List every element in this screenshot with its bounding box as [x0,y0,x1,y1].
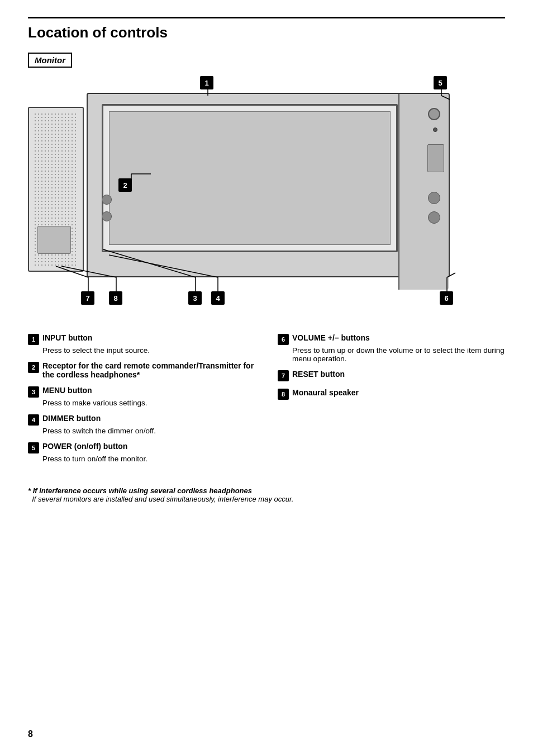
control-header-4: 4 DIMMER button [28,414,255,426]
control-desc-4: Press to switch the dimmer on/off. [42,427,255,435]
monitor-diagram: 1 2 3 4 5 6 7 8 [28,76,508,316]
control-title-7: RESET button [292,370,345,379]
control-badge-1: 1 [28,334,39,345]
control-title-3: MENU button [42,386,92,395]
control-item-6: 6 VOLUME +/– buttons Press to turn up or… [278,333,505,363]
controls-left-column: 1 INPUT button Press to select the input… [28,333,255,470]
badge-7: 7 [81,291,94,305]
volume-up-button [428,192,440,204]
control-title-8: Monaural speaker [292,388,359,397]
control-item-2: 2 Receptor for the card remote commander… [28,361,255,379]
footnote-star-text: * If interference occurs while using sev… [28,486,252,495]
control-header-6: 6 VOLUME +/– buttons [278,333,505,345]
control-header-7: 7 RESET button [278,370,505,381]
control-title-2: Receptor for the card remote commander/T… [42,361,255,379]
control-desc-6: Press to turn up or down the volume or t… [292,346,505,363]
page-number: 8 [28,729,33,739]
control-header-1: 1 INPUT button [28,333,255,345]
control-desc-3: Press to make various settings. [42,399,255,407]
badge-6: 6 [440,291,453,305]
control-desc-1: Press to select the input source. [42,346,255,355]
control-item-7: 7 RESET button [278,370,505,381]
page-title: Location of controls [28,17,505,41]
control-item-5: 5 POWER (on/off) button Press to turn on… [28,442,255,463]
button-circle-bottom [102,211,112,221]
footnote-body-text: If several monitors are installed and us… [32,495,293,503]
control-title-6: VOLUME +/– buttons [292,333,370,342]
button-circle-top [102,195,112,205]
control-desc-5: Press to turn on/off the monitor. [42,455,255,463]
footnote-star: * If interference occurs while using sev… [28,486,505,495]
control-item-4: 4 DIMMER button Press to switch the dimm… [28,414,255,435]
control-item-3: 3 MENU button Press to make various sett… [28,386,255,407]
control-title-5: POWER (on/off) button [42,442,127,451]
control-badge-7: 7 [278,370,289,381]
control-badge-4: 4 [28,414,39,426]
badge-4: 4 [211,291,225,305]
right-panel [398,94,449,290]
control-item-1: 1 INPUT button Press to select the input… [28,333,255,355]
power-button [428,108,440,120]
side-button-rect [427,144,444,172]
monitor-body [87,93,450,277]
speaker-grille [28,107,84,272]
volume-down-button [428,211,440,224]
badge-8: 8 [109,291,122,305]
control-badge-8: 8 [278,389,289,400]
control-badge-2: 2 [28,362,39,373]
control-header-5: 5 POWER (on/off) button [28,442,255,453]
monitor-screen [102,104,398,252]
control-badge-5: 5 [28,442,39,453]
footnote-body: If several monitors are installed and us… [28,495,505,503]
monitor-screen-inner [109,111,391,245]
control-badge-6: 6 [278,334,289,345]
control-badge-3: 3 [28,386,39,398]
control-title-4: DIMMER button [42,414,101,423]
control-header-3: 3 MENU button [28,386,255,398]
section-label: Monitor [28,53,72,68]
controls-right-column: 6 VOLUME +/– buttons Press to turn up or… [278,333,505,470]
control-header-2: 2 Receptor for the card remote commander… [28,361,255,379]
badge-2: 2 [118,178,132,192]
controls-section: 1 INPUT button Press to select the input… [28,333,505,470]
control-header-8: 8 Monaural speaker [278,388,505,400]
control-item-8: 8 Monaural speaker [278,388,505,400]
footnote: * If interference occurs while using sev… [28,486,505,503]
badge-5: 5 [434,76,447,89]
badge-3: 3 [188,291,202,305]
indicator-light [433,127,437,132]
control-title-1: INPUT button [42,333,92,342]
badge-1: 1 [200,76,213,89]
